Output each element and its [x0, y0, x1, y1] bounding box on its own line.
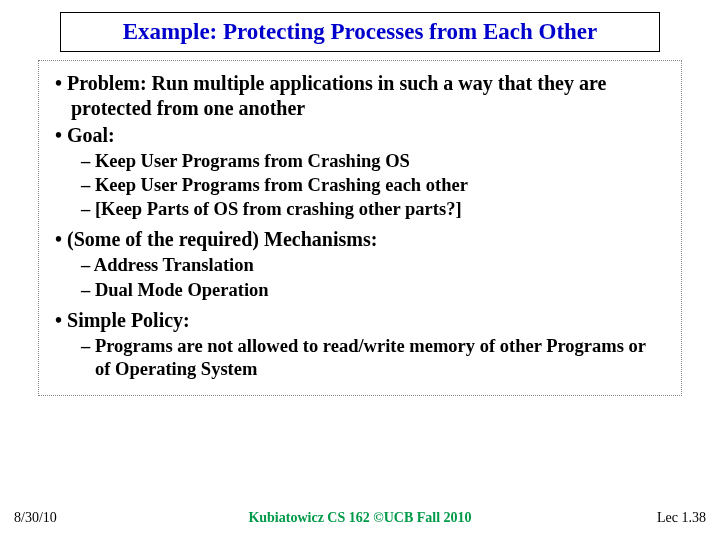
mech-sub-0: – Address Translation — [55, 254, 665, 277]
policy-sub-0: – Programs are not allowed to read/write… — [55, 335, 665, 381]
goal-sub-2: – [Keep Parts of OS from crashing other … — [55, 198, 665, 221]
mech-sub-1: – Dual Mode Operation — [55, 279, 665, 302]
title-box: Example: Protecting Processes from Each … — [60, 12, 660, 52]
goal-sub-0: – Keep User Programs from Crashing OS — [55, 150, 665, 173]
bullet-mechanisms: • (Some of the required) Mechanisms: — [55, 227, 665, 252]
slide-title: Example: Protecting Processes from Each … — [71, 19, 649, 45]
body-box: • Problem: Run multiple applications in … — [38, 60, 682, 396]
footer-center: Kubiatowicz CS 162 ©UCB Fall 2010 — [0, 510, 720, 526]
bullet-policy: • Simple Policy: — [55, 308, 665, 333]
goal-sub-1: – Keep User Programs from Crashing each … — [55, 174, 665, 197]
bullet-goal: • Goal: — [55, 123, 665, 148]
footer-page: Lec 1.38 — [657, 510, 706, 526]
bullet-problem: • Problem: Run multiple applications in … — [55, 71, 665, 121]
